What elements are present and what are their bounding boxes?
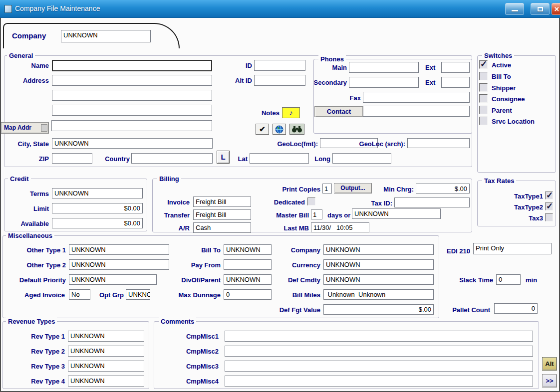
city-state-label: City, State: [1, 140, 49, 148]
invoice-input[interactable]: Freight Bill: [193, 196, 251, 207]
misc-company-input[interactable]: UNKNOWN: [323, 244, 434, 255]
zip-input[interactable]: [52, 153, 92, 164]
switch-srvc-location-checkbox[interactable]: [479, 117, 488, 125]
title-bar[interactable]: Company File Maintenance ✕: [0, 0, 560, 18]
binoculars-icon: [291, 125, 302, 133]
max-dunnage-input[interactable]: 0: [224, 289, 272, 300]
rev-type-1-input[interactable]: UNKNOWN: [68, 331, 144, 342]
address-line2-input[interactable]: [52, 90, 212, 101]
locate-l-button[interactable]: L: [217, 151, 230, 164]
bill-miles-input[interactable]: Unknown Unknown: [323, 289, 434, 300]
tax-id-input[interactable]: [394, 197, 470, 207]
limit-label: Limit: [21, 205, 49, 212]
more-button[interactable]: >>: [542, 374, 557, 388]
edi-210-label: EDI 210: [438, 247, 470, 255]
city-state-input[interactable]: UNKNOWN: [52, 138, 213, 149]
pay-from-input[interactable]: [224, 259, 272, 270]
switch-bill-to-checkbox[interactable]: [479, 72, 488, 80]
other-type-1-input[interactable]: UNKNOWN: [69, 244, 169, 255]
contact-input[interactable]: [363, 106, 470, 117]
notes-icon: ♪: [289, 108, 293, 117]
cmpmisc4-input[interactable]: [225, 376, 533, 387]
slack-time-input[interactable]: 0: [496, 274, 521, 285]
rev-type-3-input[interactable]: UNKNOWN: [68, 361, 144, 372]
minimize-button[interactable]: [505, 3, 524, 15]
aged-invoice-input[interactable]: No: [69, 289, 90, 300]
tax3-checkbox[interactable]: [545, 213, 553, 221]
map-addr-input[interactable]: [51, 120, 212, 131]
close-button[interactable]: ✕: [552, 3, 560, 15]
pallet-count-input[interactable]: 0: [494, 303, 538, 314]
id-label: ID: [232, 62, 252, 69]
edi-210-input[interactable]: Print Only: [473, 243, 552, 254]
min-chrg-input[interactable]: $.00: [416, 184, 470, 194]
min-chrg-label: Min Chrg:: [375, 186, 414, 193]
geoloc-srch-input[interactable]: [407, 138, 470, 148]
available-input[interactable]: $0.00: [52, 218, 143, 228]
misc-bill-to-label: Bill To: [189, 246, 221, 254]
cmpmisc3-input[interactable]: [225, 361, 533, 372]
phone-main-input[interactable]: [349, 62, 419, 73]
days-or-input[interactable]: UNKNOWN: [352, 208, 441, 219]
terms-input[interactable]: UNKNOWN: [52, 188, 143, 198]
contact-button[interactable]: Contact: [314, 106, 363, 117]
address-line3-input[interactable]: [52, 105, 212, 116]
alt-button[interactable]: Alt: [542, 357, 557, 371]
invoice-label: Invoice: [158, 198, 190, 206]
ar-input[interactable]: Cash: [193, 222, 251, 233]
default-priority-input[interactable]: UNKNOWN: [69, 274, 157, 285]
name-input[interactable]: [52, 60, 212, 71]
dedicated-label: Dedicated: [260, 198, 305, 206]
misc-bill-to-input[interactable]: UNKNOWN: [224, 244, 272, 255]
slack-time-label: Slack Time: [442, 276, 493, 284]
last-mb-input[interactable]: 11/30/ 10:05: [311, 222, 369, 232]
address-line1-input[interactable]: [52, 75, 212, 86]
dedicated-checkbox[interactable]: [307, 197, 315, 205]
other-type-2-input[interactable]: UNKNOWN: [69, 259, 169, 270]
long-label: Long: [309, 155, 330, 163]
country-input[interactable]: [131, 153, 213, 164]
map-addr-button[interactable]: Map Addr: [1, 122, 49, 134]
company-key-input[interactable]: UNKNOWN: [61, 30, 151, 42]
rev-type-4-input[interactable]: UNKNOWN: [68, 376, 144, 387]
map-globe-button[interactable]: [273, 124, 286, 135]
currency-input[interactable]: UNKNOWN: [323, 259, 434, 270]
rev-type-2-input[interactable]: UNKNOWN: [68, 346, 144, 357]
edit-check-button[interactable]: ✔: [256, 124, 269, 135]
notes-button[interactable]: ♪: [282, 107, 300, 118]
output-button[interactable]: Output...: [334, 183, 372, 194]
master-bill-input[interactable]: 1: [311, 209, 322, 219]
divof-parent-input[interactable]: UNKNOWN: [224, 274, 272, 285]
cmpmisc1-input[interactable]: [225, 331, 533, 342]
switch-shipper-checkbox[interactable]: [479, 83, 488, 92]
limit-input[interactable]: $0.00: [52, 203, 143, 213]
alt-id-label: Alt ID: [226, 77, 252, 84]
transfer-input[interactable]: Freight Bill: [193, 209, 251, 220]
switch-parent-checkbox[interactable]: [479, 106, 488, 114]
switch-active-checkbox[interactable]: [479, 60, 488, 69]
map-addr-sub-icon: [41, 124, 47, 132]
def-fgt-value-input[interactable]: $.00: [323, 304, 434, 315]
long-input[interactable]: [332, 153, 391, 164]
maximize-button[interactable]: [531, 3, 550, 15]
lat-label: Lat: [230, 155, 248, 163]
switch-consignee-checkbox[interactable]: [479, 94, 488, 103]
alt-id-input[interactable]: [254, 75, 305, 86]
misc-company-label: Company: [283, 246, 320, 254]
fax-input[interactable]: [363, 92, 470, 103]
globe-icon: [275, 125, 283, 134]
tax3-label: Tax3: [498, 214, 543, 222]
cmpmisc2-input[interactable]: [225, 346, 533, 357]
opt-grp-input[interactable]: UNKNOWN: [126, 289, 150, 300]
phone-main-ext-input[interactable]: [441, 62, 470, 73]
id-input[interactable]: [254, 60, 305, 71]
phone-secondary-ext-input[interactable]: [441, 77, 470, 88]
lat-input[interactable]: [250, 153, 309, 164]
phone-secondary-input[interactable]: [349, 77, 419, 88]
def-cmdty-input[interactable]: UNKNOWN: [323, 274, 434, 285]
locate-binoculars-button[interactable]: [289, 124, 304, 135]
taxtype1-checkbox[interactable]: [545, 192, 553, 199]
print-copies-input[interactable]: 1: [322, 184, 332, 194]
taxtype2-checkbox[interactable]: [545, 202, 553, 210]
other-type-1-label: Other Type 1: [6, 246, 66, 254]
